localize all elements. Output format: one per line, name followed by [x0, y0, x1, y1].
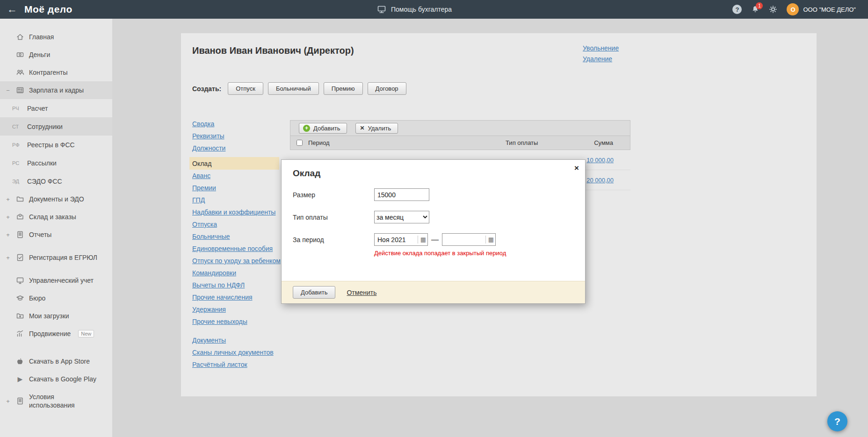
sidebar-item-home[interactable]: Главная [0, 28, 112, 46]
nav-item-document-scans[interactable]: Сканы личных документов [192, 349, 274, 356]
select-all-checkbox[interactable] [297, 140, 303, 146]
money-icon [15, 50, 25, 59]
account-menu[interactable]: O ООО "МОЕ ДЕЛО" [787, 3, 856, 15]
create-contract-button[interactable]: Договор [368, 82, 406, 95]
sidebar-item-google-play[interactable]: ▶ Скачать в Google Play [0, 370, 112, 388]
help-center-label: Помощь бухгалтера [391, 6, 452, 13]
notifications-bell-icon[interactable]: 1 [751, 5, 760, 14]
delete-button-label: Удалить [368, 125, 391, 132]
accountant-help-icon [376, 5, 387, 14]
salary-modal: × Оклад Размер Тип оплаты за месяц За пе… [281, 159, 586, 304]
amount-link[interactable]: 10 000,00 [586, 157, 614, 164]
help-fab[interactable]: ? [827, 411, 847, 431]
nav-item-vacations[interactable]: Отпуска [192, 221, 217, 228]
nav-item-withholdings[interactable]: Удержания [192, 306, 226, 313]
calendar-icon[interactable]: ▦ [418, 236, 426, 244]
sidebar-subitem-calculation[interactable]: РЧ Расчет [0, 99, 112, 117]
help-icon[interactable]: ? [732, 5, 742, 14]
add-button[interactable]: + Добавить [299, 123, 347, 134]
create-sick-leave-button[interactable]: Больничный [268, 82, 319, 95]
sidebar-item-app-store[interactable]: Скачать в App Store [0, 352, 112, 370]
nav-item-sick-leaves[interactable]: Больничные [192, 233, 230, 240]
calendar-icon[interactable]: ▦ [485, 236, 494, 244]
sidebar-item-money[interactable]: Деньги [0, 46, 112, 64]
nav-item-salary-selected[interactable]: Оклад [189, 157, 279, 170]
expand-plus-icon[interactable]: + [5, 196, 11, 203]
sidebar-item-contractors[interactable]: Контрагенты [0, 64, 112, 81]
sidebar-item-label: Бюро [29, 294, 45, 302]
validation-error: Действие оклада попадает в закрытый пери… [374, 250, 574, 257]
sidebar-subitem-sedo-fss[interactable]: ЭД СЭДО ФСС [0, 172, 112, 190]
monitor-icon [15, 276, 25, 285]
delete-link[interactable]: Удаление [583, 55, 619, 63]
subitem-code: РС [12, 160, 22, 166]
nav-item-gpd[interactable]: ГПД [192, 196, 205, 204]
delete-rows-button[interactable]: ✕ Удалить [355, 123, 398, 134]
amount-link[interactable]: 20 000,00 [586, 177, 614, 184]
growth-chart-icon [15, 330, 25, 338]
nav-item-business-trips[interactable]: Командировки [192, 269, 236, 277]
create-row: Создать: Отпуск Больничный Премию Догово… [192, 82, 817, 95]
subitem-label: Рассылки [27, 159, 57, 167]
close-icon[interactable]: × [574, 164, 579, 172]
nav-item-documents[interactable]: Документы [192, 337, 226, 344]
nav-item-ndfl-deductions[interactable]: Вычеты по НДФЛ [192, 281, 245, 289]
expand-plus-icon[interactable]: + [5, 214, 11, 221]
pay-type-label: Тип оплаты [293, 214, 374, 221]
sidebar-subitem-mailings[interactable]: РС Рассылки [0, 154, 112, 172]
modal-add-button[interactable]: Добавить [293, 286, 335, 299]
nav-item-other-accruals[interactable]: Прочие начисления [192, 294, 253, 301]
pay-type-select[interactable]: за месяц [374, 211, 429, 223]
create-vacation-button[interactable]: Отпуск [228, 82, 263, 95]
box-icon [15, 213, 25, 221]
nav-item-childcare-leave[interactable]: Отпуск по уходу за ребенком [192, 257, 281, 265]
period-label: За период [293, 236, 374, 244]
sidebar-subitem-fss-registers[interactable]: РФ Реестры в ФСС [0, 136, 112, 154]
nav-item-summary[interactable]: Сводка [192, 120, 214, 128]
nav-item-details[interactable]: Реквизиты [192, 132, 224, 140]
settings-gear-icon[interactable] [769, 5, 777, 14]
nav-item-lump-sum-benefits[interactable]: Единовременные пособия [192, 245, 273, 252]
sidebar-item-label: Деньги [29, 50, 50, 59]
nav-item-allowances[interactable]: Надбавки и коэффициенты [192, 208, 275, 216]
sidebar-item-label: Отчеты [29, 230, 51, 239]
size-input[interactable] [374, 188, 429, 201]
expand-plus-icon[interactable]: + [5, 231, 11, 238]
expand-plus-icon[interactable]: + [5, 254, 11, 261]
sidebar-item-label: Документы и ЭДО [29, 195, 84, 203]
plus-icon: + [303, 125, 310, 132]
sidebar-item-bureau[interactable]: Бюро [0, 289, 112, 307]
nav-item-payslip[interactable]: Расчётный листок [192, 361, 247, 368]
app-logo[interactable]: Моё дело [24, 4, 72, 15]
topbar-actions: ? 1 O ООО "МОЕ ДЕЛО" [732, 3, 868, 15]
sidebar-item-label: Продвижение [29, 330, 71, 338]
sidebar-item-payroll[interactable]: − Зарплата и кадры [0, 81, 112, 99]
nav-item-other-absences[interactable]: Прочие невыходы [192, 318, 247, 325]
back-arrow-icon[interactable]: ← [0, 3, 24, 15]
create-bonus-button[interactable]: Премию [324, 82, 363, 95]
sidebar-item-documents[interactable]: + Документы и ЭДО [0, 190, 112, 208]
sidebar-item-egrul-registration[interactable]: + Регистрация в ЕГРЮЛ [0, 244, 112, 272]
sidebar-item-management-accounting[interactable]: Управленческий учет [0, 272, 112, 289]
subitem-label: Расчет [27, 104, 48, 113]
modal-title: Оклад [282, 160, 585, 179]
play-icon: ▶ [15, 375, 25, 383]
company-name: ООО "МОЕ ДЕЛО" [803, 6, 856, 13]
dismiss-link[interactable]: Увольнение [583, 44, 619, 52]
sidebar-item-promotion[interactable]: Продвижение New [0, 325, 112, 343]
nav-item-positions[interactable]: Должности [192, 144, 225, 152]
subitem-code: ЭД [12, 179, 22, 184]
nav-item-advance[interactable]: Аванс [192, 172, 210, 179]
expand-plus-icon[interactable]: + [5, 398, 11, 405]
collapse-minus-icon[interactable]: − [5, 87, 11, 94]
sidebar-item-warehouse[interactable]: + Склад и заказы [0, 208, 112, 226]
modal-cancel-link[interactable]: Отменить [347, 289, 376, 296]
nav-item-bonuses[interactable]: Премии [192, 184, 216, 192]
sidebar-subitem-employees[interactable]: СТ Сотрудники [0, 117, 112, 136]
help-center-link[interactable]: Помощь бухгалтера [376, 5, 452, 14]
column-period: Период [308, 139, 506, 146]
sidebar-item-terms[interactable]: + Условия использования [0, 388, 112, 414]
sidebar-item-reports[interactable]: + Отчеты [0, 226, 112, 244]
sidebar-item-my-uploads[interactable]: Мои загрузки [0, 307, 112, 325]
sidebar-item-label: Управленческий учет [29, 276, 94, 285]
